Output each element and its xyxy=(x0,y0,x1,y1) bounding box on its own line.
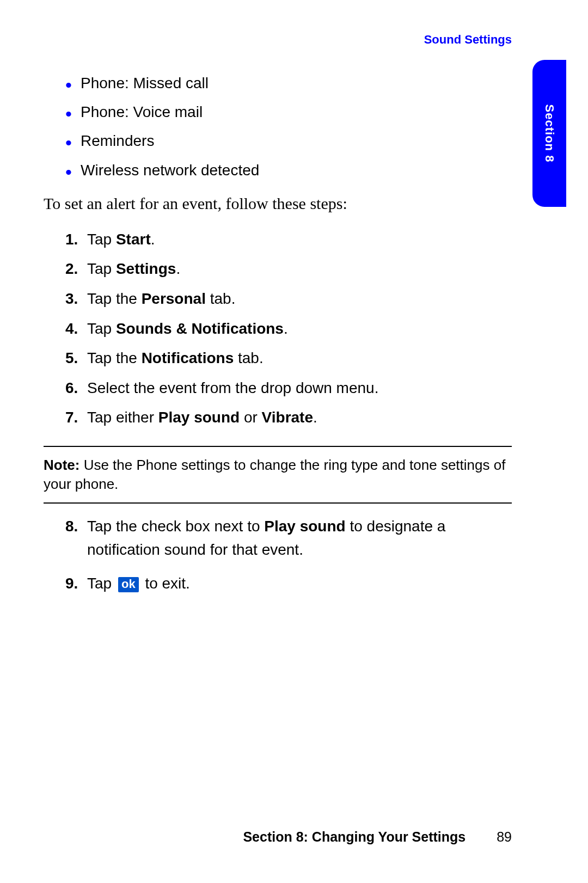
steps-list: 1.Tap Start. 2.Tap Settings. 3.Tap the P… xyxy=(65,225,512,433)
step-item: 6.Select the event from the drop down me… xyxy=(65,373,512,403)
ok-icon: ok xyxy=(118,577,139,592)
bullet-list: Phone: Missed call Phone: Voice mail Rem… xyxy=(65,69,512,185)
header-breadcrumb: Sound Settings xyxy=(44,33,512,47)
step-item: 2.Tap Settings. xyxy=(65,254,512,284)
step-item: 4.Tap Sounds & Notifications. xyxy=(65,314,512,344)
step-item: 3.Tap the Personal tab. xyxy=(65,284,512,314)
list-item: Phone: Missed call xyxy=(65,69,512,97)
step-item: 5.Tap the Notifications tab. xyxy=(65,344,512,373)
step-item: 1.Tap Start. xyxy=(65,225,512,255)
note-label: Note: xyxy=(44,457,79,473)
list-item: Phone: Voice mail xyxy=(65,97,512,126)
section-tab: Section 8 xyxy=(532,60,566,207)
step-item: 8.Tap the check box next to Play sound t… xyxy=(65,514,512,562)
section-tab-label: Section 8 xyxy=(542,105,556,163)
divider xyxy=(44,446,512,447)
step-item: 9.Tap ok to exit. xyxy=(65,572,512,595)
step-item: 7.Tap either Play sound or Vibrate. xyxy=(65,403,512,433)
divider xyxy=(44,502,512,504)
list-item: Reminders xyxy=(65,126,512,155)
note-block: Note: Use the Phone settings to change t… xyxy=(44,456,512,494)
steps-list-continued: 8.Tap the check box next to Play sound t… xyxy=(65,514,512,595)
page-footer: Section 8: Changing Your Settings 89 xyxy=(0,829,588,845)
intro-text: To set an alert for an event, follow the… xyxy=(44,192,512,215)
list-item: Wireless network detected xyxy=(65,156,512,185)
manual-page: Sound Settings Section 8 Phone: Missed c… xyxy=(0,0,588,883)
note-text: Use the Phone settings to change the rin… xyxy=(44,457,505,492)
page-number: 89 xyxy=(497,829,512,845)
footer-section: Section 8: Changing Your Settings xyxy=(243,829,465,844)
